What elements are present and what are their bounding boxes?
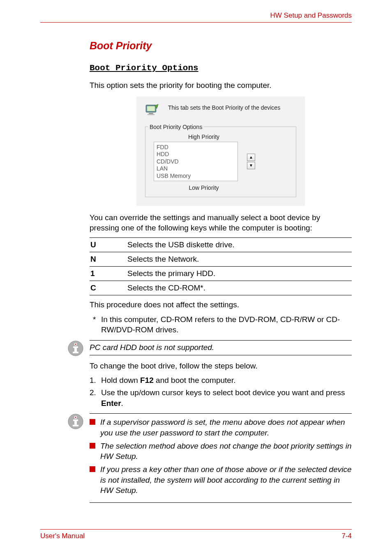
override-text: You can override the settings and manual… (90, 212, 352, 233)
bullet-text: If you press a key other than one of tho… (100, 464, 352, 496)
boot-priority-listbox[interactable]: FDD HDD CD/DVD LAN USB Memory (154, 142, 238, 181)
info-icon (67, 340, 84, 357)
step2-prefix: Use the up/down cursor keys to select bo… (101, 388, 345, 397)
section-title: Boot Priority (90, 40, 352, 52)
svg-rect-1 (147, 106, 155, 111)
footer-rule (40, 529, 352, 530)
note-bullet-list: If a supervisor password is set, the men… (90, 417, 352, 495)
boot-priority-fieldset: Boot Priority Options High Priority FDD … (145, 127, 296, 197)
svg-rect-10 (73, 352, 78, 353)
step-2: 2. Use the up/down cursor keys to select… (90, 387, 352, 408)
footnote: * In this computer, CD-ROM refers to the… (90, 314, 352, 335)
steps-list: 1. Hold down F12 and boot the computer. … (90, 375, 352, 408)
change-intro: To change the boot drive, follow the ste… (90, 361, 352, 371)
low-priority-label: Low Priority (163, 184, 245, 191)
note-bullet: If you press a key other than one of tho… (90, 464, 352, 496)
move-down-button[interactable]: ▼ (247, 162, 255, 169)
boot-key-table: U Selects the USB diskette drive. N Sele… (90, 237, 352, 295)
move-up-button[interactable]: ▲ (247, 154, 255, 161)
bios-tab-screenshot: This tab sets the Boot Priority of the d… (136, 97, 305, 206)
step2-suffix: . (121, 399, 123, 408)
bullet-icon (90, 419, 95, 425)
info-note-1: PC card HDD boot is not supported. (67, 340, 352, 357)
svg-rect-16 (74, 419, 77, 426)
table-row: U Selects the USB diskette drive. (90, 237, 352, 252)
step1-key: F12 (140, 376, 154, 385)
monitor-icon (145, 104, 160, 116)
bullet-text: If a supervisor password is set, the men… (100, 417, 352, 438)
desc-cell: Selects the Network. (126, 252, 352, 266)
info-note-2: If a supervisor password is set, the men… (67, 413, 352, 502)
note-text: PC card HDD boot is not supported. (90, 340, 352, 356)
step-1: 1. Hold down F12 and boot the computer. (90, 375, 352, 386)
header-chapter: HW Setup and Passwords (40, 12, 352, 20)
key-cell: C (90, 281, 126, 295)
bullet-text: The selection method above does not chan… (100, 441, 352, 462)
key-cell: 1 (90, 266, 126, 281)
high-priority-label: High Priority (163, 134, 245, 140)
bullet-icon (90, 443, 95, 449)
desc-cell: Selects the CD-ROM*. (126, 281, 352, 295)
key-cell: U (90, 237, 126, 252)
svg-point-7 (75, 343, 76, 345)
table-row: C Selects the CD-ROM*. (90, 281, 352, 295)
svg-rect-3 (148, 114, 155, 115)
note-bullet: The selection method above does not chan… (90, 441, 352, 462)
list-item[interactable]: LAN (157, 165, 235, 173)
bios-tab-description: This tab sets the Boot Priority of the d… (168, 104, 280, 111)
footer-right: 7-4 (341, 532, 352, 540)
page-footer: User's Manual 7-4 (40, 529, 352, 540)
step1-prefix: Hold down (101, 376, 140, 385)
priority-spinner: ▲ ▼ (247, 154, 255, 169)
fieldset-legend: Boot Priority Options (148, 124, 204, 130)
footnote-marker: * (90, 314, 101, 335)
table-row: N Selects the Network. (90, 252, 352, 266)
list-item[interactable]: CD/DVD (157, 158, 235, 166)
info-icon (67, 413, 84, 430)
footer-left: User's Manual (40, 532, 85, 540)
list-item[interactable]: USB Memory (157, 173, 235, 180)
list-item[interactable]: FDD (157, 144, 235, 151)
bullet-icon (90, 466, 95, 472)
list-item[interactable]: HDD (157, 151, 235, 158)
svg-point-14 (75, 417, 76, 418)
after-table-text: This procedure does not affect the setti… (90, 299, 352, 310)
table-row: 1 Selects the primary HDD. (90, 266, 352, 281)
svg-rect-2 (149, 113, 153, 114)
svg-rect-17 (73, 425, 78, 426)
svg-rect-9 (74, 346, 77, 352)
desc-cell: Selects the primary HDD. (126, 266, 352, 281)
step2-key: Enter (101, 399, 121, 408)
subsection-title: Boot Priority Options (90, 63, 198, 73)
key-cell: N (90, 252, 126, 266)
desc-cell: Selects the USB diskette drive. (126, 237, 352, 252)
note-bullet: If a supervisor password is set, the men… (90, 417, 352, 438)
footnote-text: In this computer, CD-ROM refers to the D… (101, 314, 352, 335)
intro-text: This option sets the priority for bootin… (90, 80, 352, 91)
step1-suffix: and boot the computer. (154, 376, 236, 385)
